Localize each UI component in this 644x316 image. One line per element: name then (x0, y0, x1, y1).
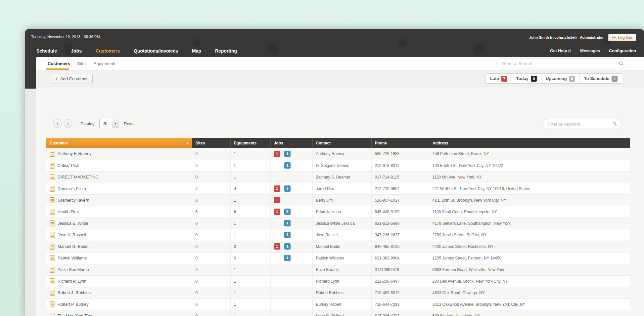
customer-name[interactable]: Gramercy Tavern (58, 198, 89, 203)
tab-sites[interactable]: Sites (77, 61, 87, 66)
column-header-phone[interactable]: Phone (371, 138, 429, 148)
late-jobs-badge[interactable]: 1 (274, 243, 280, 250)
next-page-button[interactable]: › (64, 119, 72, 128)
customer-card-icon (50, 255, 55, 261)
late-jobs-badge[interactable]: 1 (274, 197, 280, 203)
filter-search-icon[interactable] (612, 122, 617, 127)
customer-name[interactable]: Jessica E. White (58, 221, 88, 226)
customer-name[interactable]: Jose K. Russell (58, 233, 86, 237)
customer-name[interactable]: Health First (58, 210, 79, 214)
tab-customers[interactable]: Customers (48, 61, 70, 66)
table-row[interactable]: Richard P. Lynn 0 1 Richard Lynn 212-236… (46, 275, 630, 287)
table-row[interactable]: Jessica E. White 0 1 1 Jessica White Jes… (46, 217, 630, 229)
customer-name[interactable]: Pizza San Marco (58, 267, 89, 272)
column-header-jobs[interactable]: Jobs (270, 138, 312, 148)
table-row[interactable]: Anthony F. Harvey 0 1 1 1 Anthony Harvey… (46, 148, 630, 160)
previous-page-button[interactable]: ‹ (53, 119, 62, 128)
logout-button[interactable]: Log Out (608, 34, 636, 41)
table-row[interactable]: Jose K. Russell 0 1 1 Jose Russell 347-2… (46, 229, 630, 241)
scheduled-jobs-badge[interactable]: 1 (284, 243, 291, 250)
customer-name[interactable]: Robert J. Robbins (58, 291, 91, 295)
sites-count: 0 (192, 148, 230, 160)
late-jobs-badge[interactable]: 1 (274, 185, 280, 192)
customer-name[interactable]: Anthony F. Harvey (58, 151, 91, 156)
table-row[interactable]: DIRECT MARKETING 0 1 Zachary S. Deemer 9… (46, 171, 630, 183)
column-header-equipments[interactable]: Equipments (230, 138, 270, 148)
jobs-cell (270, 171, 312, 183)
status-filter-late[interactable]: Late 7 (486, 74, 512, 83)
status-filter-upcoming[interactable]: Upcoming 0 (541, 74, 579, 83)
jobs-cell (270, 310, 312, 316)
scheduled-jobs-badge[interactable]: 3 (284, 185, 291, 192)
column-header-sites[interactable]: Sites (192, 138, 230, 148)
customer-address: 1120 6th Ave, New York, NY (429, 171, 630, 183)
contact-name: Larry O. Pollard (312, 310, 371, 316)
page-size-select[interactable]: 20 ▼ (99, 119, 119, 128)
customer-card-icon (50, 163, 55, 169)
status-filter-to-schedule[interactable]: To Schedule 2 (579, 74, 622, 83)
column-header-customer[interactable]: Customer ▼ (46, 138, 192, 148)
customer-name[interactable]: Manuel G. Bodin (58, 244, 88, 249)
scheduled-jobs-badge[interactable]: 1 (284, 232, 291, 238)
contact-name: Jessica White Jessica (312, 217, 371, 229)
general-search-box (496, 59, 628, 68)
equipments-count: 1 (230, 148, 270, 160)
late-jobs-badge[interactable]: 1 (274, 209, 280, 215)
nav-item-map[interactable]: Map (185, 48, 208, 54)
table-row[interactable]: Patrick Williams 0 0 1 Patrick Williams … (46, 252, 630, 264)
table-row[interactable]: Manuel G. Bodin 0 0 1 1 Manuel Bodin 646… (46, 241, 630, 252)
nav-item-customers[interactable]: Customers (89, 48, 127, 54)
table-row[interactable]: Domino's Pizza 4 4 1 3 Jarod Diaz 212-72… (46, 183, 630, 194)
nav-item-reporting[interactable]: Reporting (208, 48, 244, 54)
search-icon[interactable] (619, 61, 624, 66)
status-filter-today[interactable]: Today 0 (512, 74, 541, 83)
table-row[interactable]: Pizza San Marco 0 1 Enzo Barahti 0141099… (46, 264, 630, 275)
equipments-count: 4 (230, 183, 270, 194)
customer-card-icon (50, 186, 55, 192)
customer-name[interactable]: Robert P. Burkey (58, 302, 89, 307)
customer-name[interactable]: Richard P. Lynn (58, 279, 86, 284)
column-header-address[interactable]: Address (429, 138, 630, 148)
table-row[interactable]: Health First 6 6 1 5 Brian Jackson 845-4… (46, 206, 630, 217)
table-row[interactable]: Robert J. Robbins 0 1 Robert Robbins 718… (46, 287, 630, 298)
configuration-link[interactable]: Configuration (609, 49, 636, 53)
jobs-cell (270, 275, 312, 287)
table-row[interactable]: Critics' Pick 0 1 1 D. Salgado Dennis 21… (46, 160, 630, 171)
get-help-label: Get Help (550, 49, 567, 53)
keyword-filter-input[interactable] (542, 122, 612, 127)
table-row[interactable]: Gramercy Tavern 0 1 1 Berry Jim 516-857-… (46, 194, 630, 206)
scheduled-jobs-badge[interactable]: 5 (284, 209, 291, 215)
main-nav: Schedule Jobs Customers Quotations/Invoi… (25, 45, 644, 57)
active-tab-underline (46, 68, 69, 70)
table-row[interactable]: The New York Times 0 1 Larry O. Pollard … (46, 310, 630, 316)
messages-link[interactable]: Messages (580, 49, 600, 53)
equipments-count: 1 (230, 171, 270, 183)
add-customer-button[interactable]: + Add Customer (51, 74, 93, 83)
customer-card-icon (50, 267, 55, 273)
scheduled-jobs-badge[interactable]: 1 (284, 220, 291, 226)
customer-card-icon (50, 278, 55, 284)
late-jobs-badge[interactable]: 1 (274, 151, 280, 157)
general-search-input[interactable] (497, 61, 619, 66)
scheduled-jobs-badge[interactable]: 1 (284, 255, 291, 261)
contact-name: Patrick Williams (312, 252, 371, 264)
nav-item-jobs[interactable]: Jobs (64, 48, 89, 54)
customer-name[interactable]: Patrick Williams (58, 256, 87, 260)
jobs-cell: 1 1 (270, 241, 312, 252)
get-help-link[interactable]: Get Help (550, 49, 571, 53)
column-header-contact[interactable]: Contact (312, 138, 371, 148)
customer-name[interactable]: DIRECT MARKETING (58, 175, 99, 179)
contact-name: Jose Russell (312, 229, 371, 241)
customer-name[interactable]: Domino's Pizza (58, 186, 86, 191)
customer-name[interactable]: Critics' Pick (58, 163, 79, 168)
select-caret-button[interactable]: ▼ (112, 119, 119, 128)
nav-item-quotations-invoices[interactable]: Quotations/Invoices (127, 48, 185, 54)
sort-caret-icon: ▼ (186, 142, 189, 145)
scheduled-jobs-badge[interactable]: 1 (284, 151, 291, 157)
nav-item-schedule[interactable]: Schedule (36, 48, 64, 54)
scheduled-jobs-badge[interactable]: 1 (284, 162, 291, 169)
customer-name[interactable]: The New York Times (58, 314, 96, 316)
upcoming-count-badge: 0 (569, 76, 575, 82)
tab-equipments[interactable]: Equipments (94, 61, 116, 66)
table-row[interactable]: Robert P. Burkey 0 1 Burkey Robert 718-6… (46, 298, 630, 310)
